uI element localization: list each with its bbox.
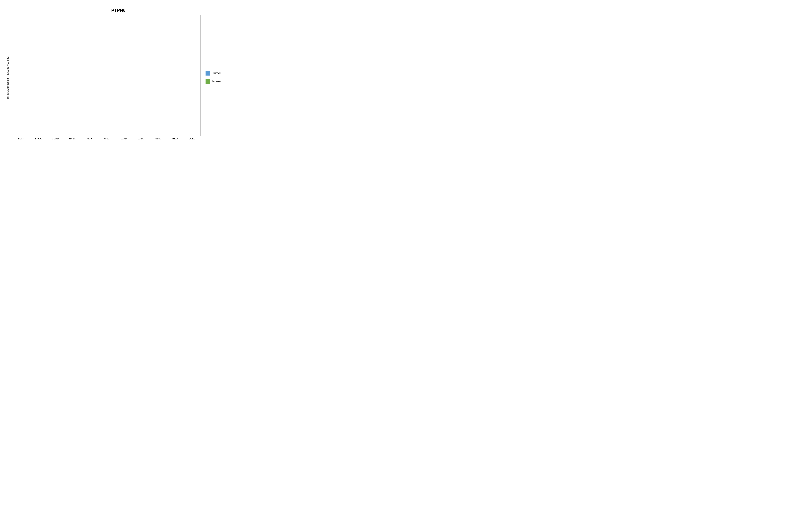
svg-rect-12 — [15, 63, 19, 83]
svg-point-329 — [111, 62, 111, 62]
svg-point-374 — [130, 66, 130, 67]
svg-point-368 — [127, 76, 128, 76]
svg-point-353 — [120, 62, 121, 62]
svg-point-497 — [161, 60, 162, 61]
svg-point-28 — [17, 59, 18, 60]
svg-point-435 — [142, 54, 143, 54]
svg-point-503 — [169, 89, 169, 89]
x-label-ucec: UCEC — [184, 137, 200, 140]
legend-label-normal: Normal — [212, 79, 222, 83]
svg-rect-309 — [109, 75, 112, 95]
svg-point-454 — [153, 86, 154, 87]
svg-point-109 — [40, 78, 40, 79]
svg-point-541 — [179, 61, 180, 61]
svg-point-527 — [178, 94, 179, 95]
svg-point-116 — [42, 65, 43, 66]
svg-point-486 — [159, 76, 160, 76]
svg-point-281 — [93, 53, 94, 54]
svg-point-520 — [170, 48, 171, 48]
svg-point-83 — [33, 62, 34, 63]
svg-point-521 — [171, 45, 171, 46]
svg-point-97 — [42, 100, 43, 101]
svg-point-100 — [42, 95, 42, 96]
svg-point-460 — [151, 75, 151, 76]
svg-point-293 — [100, 88, 101, 89]
svg-point-566 — [189, 72, 190, 73]
svg-point-588 — [195, 102, 196, 103]
svg-point-208 — [76, 100, 77, 100]
svg-point-290 — [101, 96, 102, 96]
svg-point-398 — [135, 81, 135, 81]
svg-point-394 — [137, 92, 138, 93]
svg-point-315 — [112, 98, 112, 99]
svg-point-187 — [69, 81, 69, 82]
svg-point-567 — [189, 69, 190, 70]
svg-point-393 — [136, 95, 137, 95]
svg-point-299 — [103, 73, 103, 74]
svg-point-156 — [60, 87, 61, 88]
svg-point-335 — [110, 46, 111, 47]
svg-rect-282 — [101, 70, 105, 88]
svg-point-380 — [130, 56, 130, 57]
svg-point-458 — [154, 78, 154, 79]
svg-point-224 — [77, 72, 77, 73]
svg-point-241 — [85, 89, 86, 90]
svg-point-245 — [85, 80, 86, 81]
svg-point-263 — [93, 93, 94, 94]
svg-point-494 — [161, 64, 162, 65]
svg-point-455 — [152, 84, 153, 84]
svg-point-348 — [121, 77, 122, 78]
svg-point-59 — [28, 63, 28, 64]
svg-point-214 — [74, 89, 74, 90]
svg-point-476 — [161, 90, 162, 91]
svg-point-388 — [128, 44, 128, 44]
svg-point-47 — [24, 101, 25, 101]
svg-point-34 — [16, 37, 17, 37]
svg-point-239 — [84, 94, 84, 94]
svg-point-26 — [14, 67, 15, 67]
svg-point-22 — [20, 82, 20, 82]
svg-point-137 — [50, 67, 50, 68]
x-label-hnsc: HNSC — [64, 137, 81, 140]
svg-point-487 — [162, 74, 163, 75]
svg-point-513 — [172, 64, 172, 65]
svg-point-425 — [145, 75, 146, 75]
svg-point-35 — [17, 33, 18, 34]
svg-point-140 — [51, 63, 52, 63]
svg-point-240 — [87, 91, 88, 92]
svg-point-55 — [22, 76, 23, 76]
svg-point-522 — [170, 43, 171, 44]
svg-point-14 — [17, 112, 18, 113]
svg-point-400 — [136, 75, 137, 76]
svg-point-416 — [137, 33, 137, 33]
svg-point-151 — [59, 97, 60, 98]
svg-point-197 — [69, 48, 69, 49]
svg-point-54 — [26, 79, 27, 79]
svg-point-412 — [136, 43, 137, 44]
svg-point-232 — [86, 109, 86, 110]
svg-point-375 — [127, 65, 128, 65]
violin-chart: 68101214 — [13, 15, 200, 136]
svg-point-397 — [137, 83, 138, 84]
svg-point-62 — [26, 54, 27, 55]
svg-point-463 — [152, 70, 153, 70]
svg-point-15 — [16, 109, 17, 109]
svg-point-599 — [194, 79, 195, 80]
svg-point-396 — [137, 87, 138, 87]
svg-point-267 — [94, 84, 95, 85]
x-label-lusc: LUSC — [132, 137, 149, 140]
svg-point-581 — [195, 116, 196, 117]
svg-point-223 — [77, 74, 78, 74]
svg-point-421 — [144, 83, 145, 84]
svg-point-64 — [26, 48, 26, 49]
svg-point-221 — [78, 77, 79, 78]
svg-point-296 — [101, 80, 101, 81]
svg-point-331 — [110, 56, 111, 57]
svg-point-574 — [188, 48, 188, 48]
x-label-coad: COAD — [47, 137, 64, 140]
legend-label-tumor: Tumor — [212, 71, 221, 75]
svg-point-17 — [17, 101, 18, 102]
svg-point-481 — [159, 83, 159, 83]
svg-rect-471 — [160, 75, 164, 88]
svg-point-41 — [25, 119, 26, 120]
